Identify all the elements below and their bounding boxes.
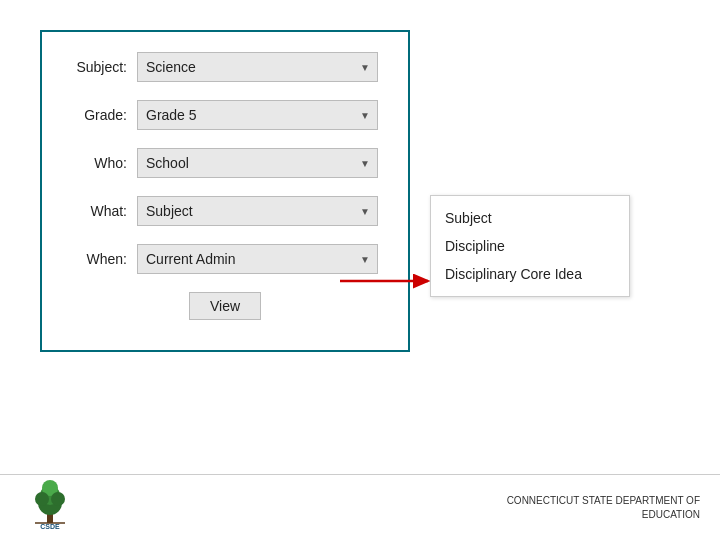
when-select[interactable]: Current Admin <box>137 244 378 274</box>
what-select-wrapper[interactable]: Subject ▼ <box>137 196 378 226</box>
who-select-wrapper[interactable]: School ▼ <box>137 148 378 178</box>
what-label: What: <box>72 203 137 219</box>
csde-logo-icon: CSDE <box>20 475 80 530</box>
footer-line1: CONNECTICUT STATE DEPARTMENT OF <box>507 495 700 506</box>
when-row: When: Current Admin ▼ <box>72 244 378 274</box>
svg-text:CSDE: CSDE <box>40 523 60 530</box>
footer-credit: CONNECTICUT STATE DEPARTMENT OF EDUCATIO… <box>507 494 700 522</box>
when-label: When: <box>72 251 137 267</box>
what-row: What: Subject ▼ <box>72 196 378 226</box>
footer: CSDE CONNECTICUT STATE DEPARTMENT OF EDU… <box>0 475 720 530</box>
subject-row: Subject: Science ▼ <box>72 52 378 82</box>
svg-point-8 <box>51 492 65 506</box>
subject-select[interactable]: Science <box>137 52 378 82</box>
footer-line2: EDUCATION <box>642 509 700 520</box>
svg-point-7 <box>35 492 49 506</box>
view-button[interactable]: View <box>189 292 261 320</box>
grade-row: Grade: Grade 5 ▼ <box>72 100 378 130</box>
what-dropdown-popup: Subject Discipline Disciplinary Core Ide… <box>430 195 630 297</box>
view-btn-row: View <box>72 292 378 320</box>
csde-logo: CSDE <box>20 475 80 530</box>
grade-select-wrapper[interactable]: Grade 5 ▼ <box>137 100 378 130</box>
who-select[interactable]: School <box>137 148 378 178</box>
when-select-wrapper[interactable]: Current Admin ▼ <box>137 244 378 274</box>
what-select[interactable]: Subject <box>137 196 378 226</box>
who-row: Who: School ▼ <box>72 148 378 178</box>
who-label: Who: <box>72 155 137 171</box>
subject-select-wrapper[interactable]: Science ▼ <box>137 52 378 82</box>
grade-select[interactable]: Grade 5 <box>137 100 378 130</box>
dropdown-item-subject[interactable]: Subject <box>431 204 629 232</box>
grade-label: Grade: <box>72 107 137 123</box>
what-dropdown-arrow <box>340 271 440 291</box>
form-panel: Subject: Science ▼ Grade: Grade 5 ▼ Who:… <box>40 30 410 352</box>
subject-label: Subject: <box>72 59 137 75</box>
dropdown-item-discipline[interactable]: Discipline <box>431 232 629 260</box>
dropdown-item-disciplinary-core-idea[interactable]: Disciplinary Core Idea <box>431 260 629 288</box>
